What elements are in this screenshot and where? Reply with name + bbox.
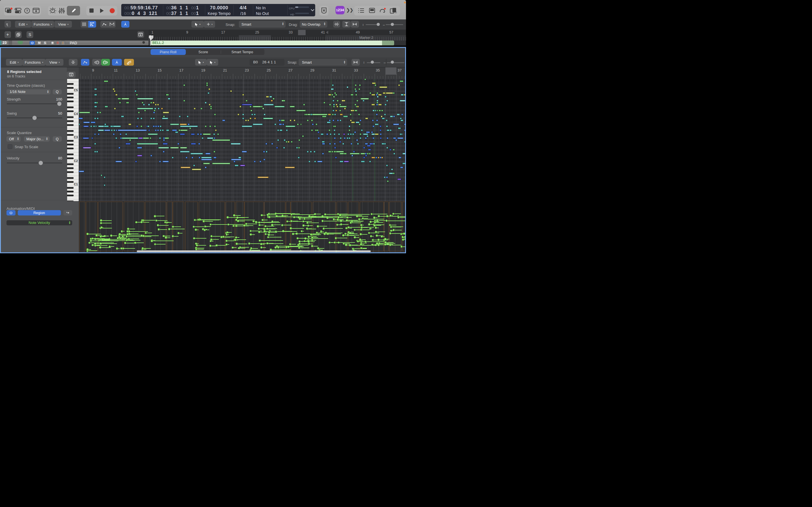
svg-text:♫: ♫ [395,11,397,14]
svg-text:♪: ♪ [9,9,11,13]
svg-text:?: ? [26,9,28,13]
